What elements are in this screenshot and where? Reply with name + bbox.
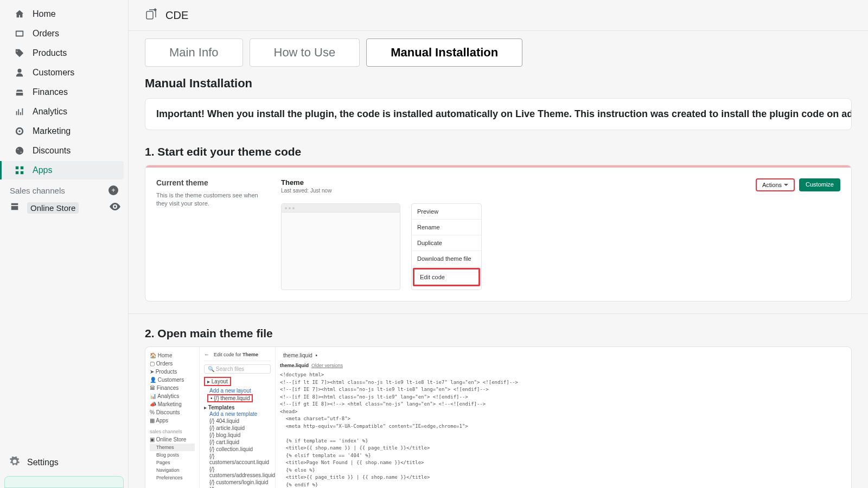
svg-rect-2: [16, 171, 18, 174]
add-template-link[interactable]: Add a new template: [204, 410, 271, 418]
apps-icon: [14, 165, 25, 176]
nav-label: Home: [33, 9, 56, 19]
mini-nav-products: ➤ Products: [150, 368, 195, 376]
code-editor[interactable]: <!doctype html> <!--[if lt IE 7]><html c…: [280, 371, 847, 488]
nav-marketing[interactable]: Marketing: [4, 122, 124, 140]
main-content: CDE Main Info How to Use Manual Installa…: [129, 0, 868, 488]
nav-label: Discounts: [33, 146, 71, 156]
theme-name: Theme: [281, 178, 331, 187]
important-notice: Important! When you install the plugin, …: [145, 98, 852, 130]
mini-nav-analytics: 📊 Analytics: [150, 392, 195, 400]
mini-search[interactable]: 🔍 Search files: [204, 364, 271, 374]
mini-nav-themes: Themes: [150, 444, 195, 451]
file-item[interactable]: {/} customers/addresses.liquid: [204, 466, 271, 479]
app-logo-icon: [145, 8, 158, 23]
theme-liquid-file[interactable]: • {/} theme.liquid: [207, 394, 253, 402]
nav-label: Analytics: [33, 107, 67, 117]
discounts-icon: [14, 145, 25, 156]
templates-folder[interactable]: ▸ Templates: [204, 404, 271, 410]
app-header: CDE: [129, 0, 868, 31]
back-row: ← Edit code for Theme: [204, 351, 271, 361]
tab-manual-installation[interactable]: Manual Installation: [366, 38, 522, 67]
mini-nav-apps: ▦ Apps: [150, 416, 195, 425]
theme-saved: Last saved: Just now: [281, 188, 331, 194]
dropdown-preview[interactable]: Preview: [412, 204, 481, 220]
add-channel-button[interactable]: +: [108, 185, 118, 195]
mini-nav-blog: Blog posts: [150, 451, 195, 459]
nav-label: Apps: [33, 165, 52, 175]
nav-label: Orders: [33, 29, 59, 38]
svg-rect-4: [146, 11, 153, 19]
settings-label: Settings: [27, 458, 59, 467]
file-tab[interactable]: theme.liquid •: [280, 351, 847, 359]
mini-nav-online-store: ▣ Online Store: [150, 435, 195, 444]
add-layout-link[interactable]: Add a new layout: [204, 387, 271, 394]
mini-nav-marketing: 📣 Marketing: [150, 400, 195, 408]
theme-preview-mock: [281, 203, 400, 290]
online-store-label: Online Store: [27, 202, 79, 214]
svg-rect-0: [16, 166, 18, 169]
file-item[interactable]: {/} customers/register.liquid: [204, 486, 271, 488]
customers-icon: [14, 67, 25, 78]
nav-customers[interactable]: Customers: [4, 63, 124, 82]
sales-channels-header: Sales channels +: [0, 180, 128, 198]
file-item[interactable]: {/} article.liquid: [204, 425, 271, 432]
sidebar: Home Orders Products Customers Finances …: [0, 0, 129, 488]
tab-how-to-use[interactable]: How to Use: [250, 38, 360, 67]
back-arrow-icon[interactable]: ←: [204, 351, 209, 357]
dropdown-edit-code[interactable]: Edit code: [413, 268, 480, 286]
app-title: CDE: [165, 9, 188, 22]
nav-discounts[interactable]: Discounts: [4, 142, 124, 160]
step2-title: 2. Open main theme file: [129, 324, 868, 346]
step1-title: 1. Start edit your theme code: [129, 142, 868, 165]
finances-icon: [14, 87, 25, 98]
home-icon: [14, 9, 25, 20]
marketing-icon: [14, 126, 25, 137]
orders-icon: [14, 28, 25, 39]
edit-code-for: Edit code for Theme: [214, 352, 258, 357]
nav-products[interactable]: Products: [4, 44, 124, 62]
file-item[interactable]: {/} collection.liquid: [204, 446, 271, 453]
nav-apps[interactable]: Apps: [0, 161, 124, 179]
current-theme-label: Current theme: [156, 178, 265, 187]
nav-label: Marketing: [33, 126, 71, 136]
store-icon: [10, 202, 20, 214]
layout-folder[interactable]: ▸ Layout: [204, 377, 231, 386]
view-store-icon[interactable]: [110, 203, 120, 213]
nav-label: Customers: [33, 68, 74, 78]
file-item[interactable]: {/} customers/login.liquid: [204, 479, 271, 486]
mini-nav-customers: 👤 Customers: [150, 376, 195, 384]
bottom-notification-strip: [4, 476, 124, 488]
dropdown-download[interactable]: Download theme file: [412, 251, 481, 267]
actions-button[interactable]: Actions: [756, 178, 795, 191]
nav-settings[interactable]: Settings: [0, 449, 128, 476]
tabs: Main Info How to Use Manual Installation: [129, 31, 868, 67]
mini-nav-navigation: Navigation: [150, 466, 195, 474]
dropdown-rename[interactable]: Rename: [412, 220, 481, 235]
file-item[interactable]: {/} 404.liquid: [204, 418, 271, 425]
file-item[interactable]: {/} cart.liquid: [204, 439, 271, 446]
sales-channels-label: Sales channels: [10, 186, 65, 195]
mini-nav-discounts: % Discounts: [150, 408, 195, 416]
svg-rect-3: [21, 171, 23, 174]
nav-analytics[interactable]: Analytics: [4, 102, 124, 121]
nav-home[interactable]: Home: [4, 5, 124, 23]
dropdown-duplicate[interactable]: Duplicate: [412, 235, 481, 251]
products-icon: [14, 48, 25, 59]
file-item[interactable]: {/} customers/account.liquid: [204, 453, 271, 466]
step1-screenshot: Current theme This is the theme customer…: [145, 165, 852, 301]
mini-nav-home: 🏠 Home: [150, 351, 195, 359]
nav-finances[interactable]: Finances: [4, 83, 124, 101]
mini-nav-orders: ▢ Orders: [150, 359, 195, 368]
step2-screenshot: 🏠 Home ▢ Orders ➤ Products 👤 Customers 🏛…: [145, 346, 852, 488]
file-item[interactable]: {/} blog.liquid: [204, 432, 271, 439]
actions-dropdown: Preview Rename Duplicate Download theme …: [411, 203, 482, 290]
nav-orders[interactable]: Orders: [4, 24, 124, 43]
svg-rect-1: [21, 166, 23, 169]
analytics-icon: [14, 106, 25, 117]
mini-nav-pages: Pages: [150, 459, 195, 466]
tab-main-info[interactable]: Main Info: [145, 38, 243, 67]
nav-online-store[interactable]: Online Store: [0, 198, 128, 217]
customize-button[interactable]: Customize: [799, 178, 840, 191]
page-title: Manual Installation: [129, 67, 868, 98]
